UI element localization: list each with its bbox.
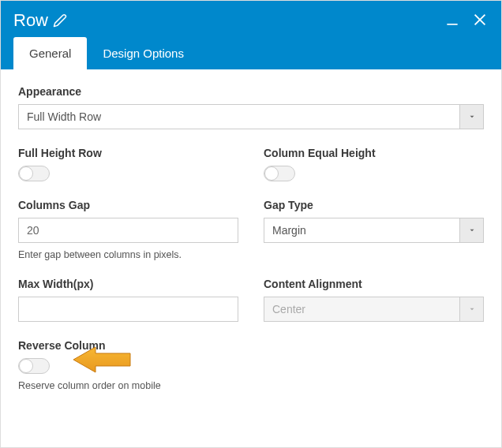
edit-icon[interactable] — [53, 13, 67, 28]
column-equal-group: Column Equal Height — [264, 147, 484, 181]
reverse-column-helper: Reserve column order on mobile — [18, 380, 484, 391]
content-alignment-group: Content Alignment Center — [264, 278, 484, 322]
chevron-down-icon[interactable] — [460, 104, 484, 129]
columns-gap-helper: Enter gap between columns in pixels. — [18, 249, 238, 260]
chevron-down-icon[interactable] — [460, 218, 484, 243]
dialog-title: Row — [13, 10, 48, 31]
columns-gap-group: Columns Gap Enter gap between columns in… — [18, 199, 238, 260]
gap-type-label: Gap Type — [264, 199, 484, 211]
appearance-label: Appearance — [18, 85, 484, 98]
row-settings-dialog: Row General Design Options Appearance — [0, 0, 502, 448]
tab-general[interactable]: General — [13, 37, 87, 69]
gap-type-value: Margin — [264, 218, 460, 243]
chevron-down-icon[interactable] — [460, 297, 484, 322]
column-equal-toggle[interactable] — [264, 166, 295, 181]
full-height-toggle[interactable] — [18, 166, 50, 181]
reverse-column-label: Reverse Column — [18, 339, 484, 352]
column-equal-label: Column Equal Height — [264, 147, 484, 159]
content-alignment-select[interactable]: Center — [264, 297, 484, 322]
reverse-column-toggle[interactable] — [18, 358, 50, 374]
full-height-group: Full Height Row — [18, 147, 238, 181]
content-alignment-label: Content Alignment — [264, 278, 484, 290]
minimize-button[interactable] — [444, 12, 460, 30]
max-width-label: Max Width(px) — [18, 278, 238, 290]
max-width-input[interactable] — [18, 297, 238, 322]
appearance-value: Full Width Row — [18, 104, 460, 129]
dialog-header: Row General Design Options — [1, 1, 501, 69]
tabs: General Design Options — [1, 37, 501, 69]
close-button[interactable] — [471, 11, 489, 31]
columns-gap-input[interactable] — [18, 218, 238, 243]
appearance-group: Appearance Full Width Row — [18, 85, 484, 129]
max-width-group: Max Width(px) — [18, 278, 238, 322]
gap-type-group: Gap Type Margin — [264, 199, 484, 260]
gap-type-select[interactable]: Margin — [264, 218, 484, 243]
tab-design-options[interactable]: Design Options — [87, 37, 200, 69]
columns-gap-label: Columns Gap — [18, 199, 238, 211]
dialog-body: Appearance Full Width Row Full Height Ro… — [1, 69, 501, 447]
titlebar: Row — [1, 1, 501, 37]
full-height-label: Full Height Row — [18, 147, 238, 159]
content-alignment-value: Center — [264, 297, 460, 322]
reverse-column-group: Reverse Column Reserve column order on m… — [18, 339, 484, 391]
appearance-select[interactable]: Full Width Row — [18, 104, 484, 129]
window-controls — [444, 11, 489, 31]
